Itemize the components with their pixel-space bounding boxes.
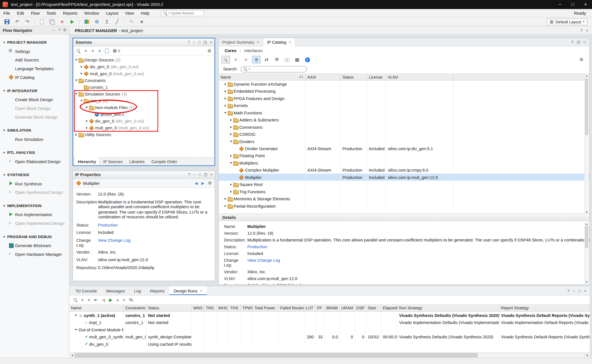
flow-navigator-item[interactable]: Generate Bitstream (0, 241, 69, 250)
maximize-icon[interactable] (584, 40, 586, 44)
help-icon[interactable] (188, 173, 190, 176)
collapse-all-icon[interactable] (81, 298, 84, 302)
window-maximize-button[interactable] (566, 0, 579, 9)
scroll-up-icon[interactable] (586, 75, 588, 77)
column-header[interactable]: URAM (340, 305, 355, 311)
column-header[interactable]: Total Power (253, 305, 279, 311)
sources-tab[interactable]: Libraries (126, 158, 148, 165)
catalog-row[interactable]: Conversions (218, 123, 589, 130)
expand-icon[interactable] (223, 97, 227, 99)
scroll-thumb[interactable] (585, 79, 588, 135)
create-run-button[interactable] (123, 298, 125, 302)
scroll-down-icon[interactable] (586, 281, 588, 283)
column-header-name[interactable]: Name ∧1 (218, 74, 305, 80)
customize-toolbar-button[interactable] (137, 18, 146, 26)
layout-selector[interactable]: Default Layout (547, 18, 587, 25)
scroll-up-icon[interactable] (586, 223, 588, 225)
column-header-vlnv[interactable]: VLNV (386, 74, 454, 80)
menu-item[interactable]: Layout (102, 9, 122, 17)
menu-item[interactable]: Help (137, 9, 153, 17)
dock-icon[interactable] (52, 28, 56, 32)
close-tab-icon[interactable] (200, 289, 202, 292)
console-tab[interactable]: Reports (145, 287, 169, 295)
settings-gear-icon[interactable] (208, 181, 212, 185)
catalog-row[interactable]: Multipliers (218, 159, 589, 166)
catalog-row[interactable]: FPGA Features and Design (218, 95, 589, 102)
flow-navigator-item[interactable]: Run Implementation (0, 210, 69, 219)
expand-icon[interactable] (229, 190, 233, 193)
expand-icon[interactable] (223, 90, 227, 92)
flow-navigator-item[interactable]: Open Implemented Design (0, 219, 69, 228)
catalog-row[interactable]: Kernels (218, 102, 589, 109)
column-header[interactable]: DSP (355, 305, 366, 311)
help-icon[interactable] (580, 28, 582, 32)
dashboard-button[interactable] (82, 18, 91, 26)
open-report-button[interactable] (37, 18, 46, 26)
catalog-row[interactable]: Square Root (218, 181, 589, 188)
tree-item[interactable]: Constraints (73, 77, 215, 84)
scroll-thumb[interactable] (585, 226, 588, 248)
help-icon[interactable] (567, 289, 569, 292)
expand-icon[interactable] (223, 83, 227, 85)
compatibility-icon[interactable] (293, 56, 301, 63)
help-icon[interactable] (58, 28, 60, 32)
catalog-row[interactable]: CORDIC (218, 130, 589, 137)
catalog-row[interactable]: Partial Reconfiguration (218, 202, 589, 209)
editor-tab[interactable]: IP Catalog (263, 38, 295, 46)
scroll-thumb[interactable] (75, 353, 477, 358)
window-minimize-button[interactable] (553, 0, 566, 9)
customize-icon[interactable] (273, 56, 281, 63)
section-header[interactable]: IP INTEGRATOR (0, 86, 69, 95)
expand-icon[interactable] (85, 127, 89, 129)
catalog-row[interactable]: Memories & Storage Elements (218, 195, 589, 202)
close-tab-icon[interactable] (257, 40, 259, 44)
design-run-row[interactable]: Out-of-Context Module Runs (69, 326, 590, 333)
tree-item[interactable]: sim_1 (3) (73, 97, 215, 104)
column-header[interactable]: FF (316, 305, 325, 311)
menu-item[interactable]: Flow (27, 9, 43, 17)
flow-navigator-item[interactable]: Settings (0, 47, 69, 56)
minimize-icon[interactable] (193, 173, 195, 176)
expand-icon[interactable] (223, 112, 227, 113)
help-icon[interactable] (188, 40, 190, 44)
console-tab[interactable]: Design Runs (169, 287, 207, 295)
link-icon[interactable] (283, 56, 291, 63)
catalog-row[interactable]: Trig Functions (218, 188, 589, 195)
settings-gear-icon[interactable] (577, 56, 586, 63)
cancel-button[interactable] (58, 18, 67, 26)
column-header[interactable]: Failed Routes (279, 305, 304, 311)
column-header-status[interactable]: Status (341, 74, 367, 80)
menu-item[interactable]: Reports (59, 9, 81, 17)
sources-tab[interactable]: IP Sources (100, 158, 126, 165)
column-header[interactable]: Elapsed (381, 305, 398, 311)
column-header[interactable]: Report Strategy (500, 305, 590, 311)
sources-tab[interactable]: Compile Order (148, 158, 181, 165)
expand-all-icon[interactable] (88, 298, 90, 302)
float-icon[interactable] (204, 173, 207, 176)
flow-navigator-item[interactable]: Run Simulation (0, 135, 69, 143)
expand-icon[interactable] (229, 183, 233, 185)
expand-icon[interactable] (229, 126, 233, 128)
menu-item[interactable]: Window (81, 9, 103, 17)
expand-icon[interactable] (229, 141, 233, 142)
flow-navigator-item[interactable]: Open Hardware Manager (0, 250, 69, 259)
quick-access-input[interactable] (171, 11, 198, 15)
redo-button[interactable] (23, 18, 32, 26)
tree-item[interactable]: Design Sources (2) (73, 57, 215, 63)
flow-navigator-item[interactable]: Add Sources (0, 56, 69, 64)
expand-all-icon[interactable] (92, 48, 94, 53)
console-tab[interactable]: Log (129, 287, 145, 295)
details-vertical-scrollbar[interactable] (584, 222, 589, 284)
catalog-search-input[interactable] (251, 67, 304, 71)
expand-icon[interactable] (223, 197, 227, 200)
edit-button[interactable] (127, 18, 136, 26)
scroll-left-icon[interactable] (69, 353, 75, 358)
menu-item[interactable]: Edit (14, 9, 28, 17)
ruler-button[interactable] (112, 18, 122, 26)
column-header[interactable]: Start (366, 305, 381, 311)
catalog-row[interactable]: Embedded Processing (218, 88, 589, 95)
console-tab[interactable]: Tcl Console (71, 287, 101, 295)
column-header[interactable]: BRAM (325, 305, 340, 311)
tab-cores[interactable]: Cores (225, 48, 237, 53)
sum-button[interactable] (102, 18, 112, 26)
